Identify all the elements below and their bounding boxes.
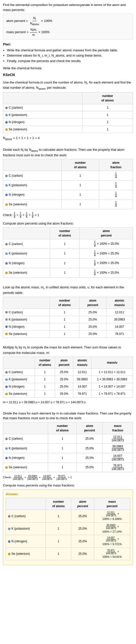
formula-block: atom percent = NiNatoms × 100% mass perc… bbox=[3, 14, 133, 40]
section1-intro: Use the chemical formula to count the nu… bbox=[3, 80, 133, 91]
s7-col-mass-percent: masspercent bbox=[94, 498, 130, 510]
section7: Compute mass percents using the mass fra… bbox=[3, 483, 133, 565]
s5-col-percent: atompercent bbox=[55, 357, 73, 368]
table-row: C (carbon) 1 14 × 100% = 25.0% bbox=[3, 239, 133, 249]
section4-intro: Look up the atomic mass, mi, in unified … bbox=[3, 285, 133, 295]
section2-intro: Divide each Ni by Natoms to calculate at… bbox=[3, 147, 133, 158]
section6-intro: Divide the mass for each element by m to… bbox=[3, 411, 133, 421]
dot-k bbox=[5, 114, 8, 116]
table-row: K (potassium) 1 14 × 100% = 25.0% bbox=[3, 249, 133, 258]
dot-se bbox=[5, 333, 8, 335]
section2: Divide each Ni by Natoms to calculate at… bbox=[3, 147, 133, 218]
plan-list: Write the chemical formula and gather at… bbox=[3, 48, 133, 64]
chemical-formula-section: Write the chemical formula: KSeCN bbox=[3, 66, 133, 78]
s7-col-element bbox=[6, 498, 46, 510]
s2-check: Check: 14 + 14 + 14 + 14 = 1 bbox=[3, 212, 133, 218]
section4: Look up the atomic mass, mi, in unified … bbox=[3, 285, 133, 338]
section1-table: numberof atoms C (carbon) 1 K (potassium… bbox=[3, 92, 133, 133]
plan-section: Plan: Write the chemical formula and gat… bbox=[3, 42, 133, 63]
section3: Compute atom percents using the atom fra… bbox=[3, 221, 133, 278]
table-row: K (potassium) 1 bbox=[3, 111, 133, 118]
s6-col-element bbox=[3, 422, 48, 434]
dot-n bbox=[5, 457, 8, 459]
table-row: C (carbon) 1 25.0% 12.011144.0873 bbox=[3, 434, 133, 443]
table-row: C (carbon) 1 25.0% 12.011144.0873 ×100% … bbox=[6, 510, 130, 523]
table-row: Se (selenium) 1 bbox=[3, 126, 133, 133]
section3-table: numberof atoms atompercent C (carbon) 1 … bbox=[3, 227, 133, 278]
plan-title: Plan: bbox=[3, 42, 133, 47]
dot-se bbox=[5, 466, 8, 469]
dot-c bbox=[5, 371, 8, 374]
table-row: Se (selenium) 1 14 × 100% = 25.0% bbox=[3, 268, 133, 278]
atom-percent-formula: atom percent = NiNatoms × 100% bbox=[6, 16, 130, 26]
s1-se-atoms: 1 bbox=[82, 126, 133, 133]
s1-n-label: N (nitrogen) bbox=[3, 118, 82, 126]
dot-k bbox=[5, 378, 8, 381]
table-row: Se (selenium) 1 25.0% 78.971 1 × 78.971 … bbox=[3, 390, 133, 398]
s7-col-percent: atompercent bbox=[71, 498, 94, 510]
dot-n bbox=[5, 262, 8, 265]
table-row: C (carbon) 1 14 bbox=[3, 171, 133, 180]
dot-se bbox=[5, 203, 8, 206]
dot-k bbox=[8, 528, 10, 530]
dot-se bbox=[8, 553, 10, 555]
section7-table: numberof atoms atompercent masspercent C… bbox=[6, 498, 130, 560]
table-row: C (carbon) 1 25.0% 12.011 1 × 12.011 = 1… bbox=[3, 368, 133, 376]
s1-k-atoms: 1 bbox=[82, 111, 133, 118]
s4-col-element bbox=[3, 297, 50, 308]
s5-col-atomic: atomicmass/u bbox=[73, 357, 92, 368]
section2-table: numberof atoms atomfraction C (carbon) 1… bbox=[3, 159, 133, 209]
table-row: K (potassium) 1 25.0% 39.0983144.0873 bbox=[3, 443, 133, 453]
dot-c bbox=[5, 243, 8, 246]
section6: Divide the mass for each element by m to… bbox=[3, 411, 133, 481]
table-row: K (potassium) 1 25.0% 39.0983144.0873 ×1… bbox=[6, 522, 130, 535]
s1-col-element bbox=[3, 92, 82, 104]
dot-se bbox=[5, 128, 8, 131]
header-intro: Find the elemental composition for potas… bbox=[3, 2, 133, 12]
table-row: K (potassium) 1 25.0% 39.0983 bbox=[3, 316, 133, 323]
formula-write-label: Write the chemical formula: bbox=[3, 66, 133, 71]
s6-check: Check: 12.011144.0873 + 39.0983144.0873 … bbox=[3, 475, 133, 480]
section5-table: numberof atoms atompercent atomicmass/u … bbox=[3, 357, 133, 398]
s1-se-label: Se (selenium) bbox=[3, 126, 82, 133]
s5-total: m = 12.011 u + 39.0983 u + 14.007 u + 78… bbox=[3, 400, 133, 404]
s6-col-fraction: massfraction bbox=[102, 422, 133, 434]
plan-step-2: Determine values for N_i, m_i, N_atoms, … bbox=[7, 53, 133, 58]
dot-se bbox=[5, 272, 8, 274]
s1-total: Natoms = 1 + 1 + 1 + 1 = 4 bbox=[3, 136, 133, 141]
s5-col-mass: mass/u bbox=[92, 357, 133, 368]
s2-col-fraction: atomfraction bbox=[99, 159, 133, 171]
section7-intro: Compute mass percents using the mass fra… bbox=[3, 483, 133, 488]
s7-col-atoms: numberof atoms bbox=[46, 498, 71, 510]
dot-k bbox=[5, 318, 8, 321]
s5-col-atoms: numberof atoms bbox=[35, 357, 55, 368]
table-row: C (carbon) 1 25.0% 12.011 bbox=[3, 308, 133, 316]
s6-col-percent: atompercent bbox=[77, 422, 102, 434]
dot-n bbox=[5, 326, 8, 328]
s3-col-percent: atompercent bbox=[80, 228, 133, 239]
table-row: N (nitrogen) 1 14 bbox=[3, 190, 133, 200]
s4-col-percent: atompercent bbox=[80, 297, 106, 308]
table-row: C (carbon) 1 bbox=[3, 104, 133, 111]
answer-box: Answer: numberof atoms atompercent massp… bbox=[3, 490, 133, 565]
table-row: N (nitrogen) 1 25.0% 14.007 1 × 14.007 =… bbox=[3, 383, 133, 390]
s4-col-mass: atomicmass/u bbox=[106, 297, 133, 308]
dot-k bbox=[5, 252, 8, 255]
dot-c bbox=[8, 515, 10, 518]
chemical-formula-display: KSeCN bbox=[3, 72, 133, 78]
dot-n bbox=[5, 386, 8, 388]
plan-step-1: Write the chemical formula and gather at… bbox=[7, 48, 133, 53]
table-row: N (nitrogen) 1 25.0% 14.007144.0873 bbox=[3, 453, 133, 462]
table-row: Se (selenium) 1 25.0% 78.971144.0873 bbox=[3, 462, 133, 472]
s1-k-label: K (potassium) bbox=[3, 111, 82, 118]
table-row: N (nitrogen) 1 25.0% 14.007144.0873 ×100… bbox=[6, 535, 130, 548]
s5-col-element bbox=[3, 357, 35, 368]
dot-n bbox=[5, 121, 8, 124]
s6-col-atoms: numberof atoms bbox=[48, 422, 77, 434]
dot-c bbox=[5, 175, 8, 177]
s3-col-element bbox=[3, 228, 50, 239]
s4-col-atoms: numberof atoms bbox=[50, 297, 79, 308]
dot-c bbox=[5, 438, 8, 440]
dot-n bbox=[5, 194, 8, 196]
dot-k bbox=[5, 184, 8, 187]
